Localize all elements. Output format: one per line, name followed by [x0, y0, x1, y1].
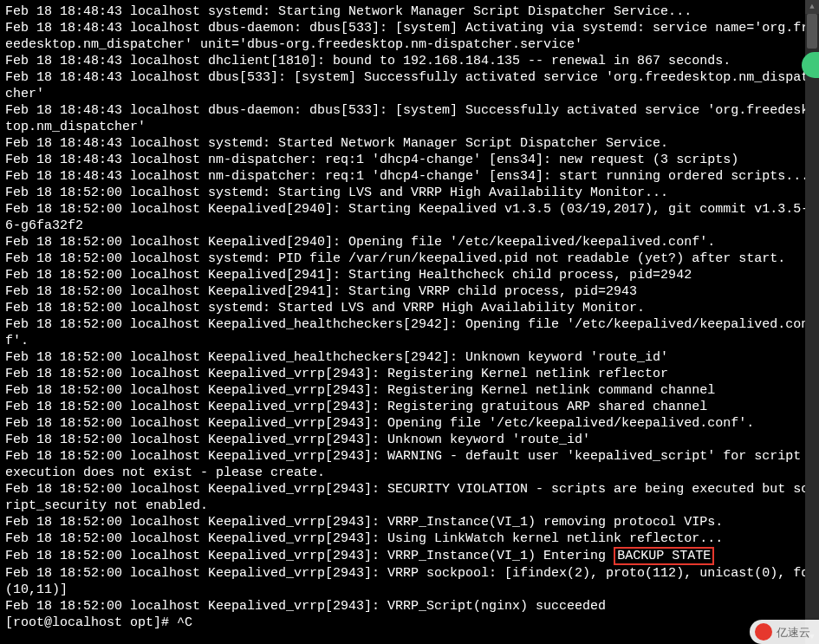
- log-line: Feb 18 18:52:00 localhost Keepalived_vrr…: [5, 565, 814, 598]
- log-line: Feb 18 18:52:00 localhost Keepalived_vrr…: [5, 448, 814, 481]
- log-text: Feb 18 18:52:00 localhost Keepalived_vrr…: [5, 549, 614, 563]
- log-line: Feb 18 18:52:00 localhost Keepalived_vrr…: [5, 432, 814, 448]
- log-line: Feb 18 18:48:43 localhost dbus-daemon: d…: [5, 102, 814, 135]
- log-line: Feb 18 18:52:00 localhost Keepalived_vrr…: [5, 481, 814, 514]
- terminal-output[interactable]: Feb 18 18:48:43 localhost systemd: Start…: [0, 0, 819, 631]
- log-line: Feb 18 18:48:43 localhost dhclient[1810]…: [5, 53, 814, 69]
- log-line: Feb 18 18:52:00 localhost systemd: PID f…: [5, 250, 814, 267]
- log-line: Feb 18 18:48:43 localhost systemd: Start…: [5, 3, 814, 20]
- log-line: Feb 18 18:52:00 localhost systemd: Start…: [5, 300, 814, 316]
- log-line: Feb 18 18:48:43 localhost nm-dispatcher:…: [5, 152, 814, 168]
- scroll-thumb[interactable]: [807, 14, 817, 49]
- log-line: Feb 18 18:52:00 localhost Keepalived_vrr…: [5, 415, 814, 432]
- log-line: Feb 18 18:48:43 localhost nm-dispatcher:…: [5, 168, 814, 185]
- log-line: Feb 18 18:48:43 localhost dbus[533]: [sy…: [5, 69, 814, 102]
- log-line: Feb 18 18:52:00 localhost Keepalived_hea…: [5, 316, 814, 349]
- log-line: Feb 18 18:52:00 localhost Keepalived_vrr…: [5, 382, 814, 399]
- log-line: Feb 18 18:52:00 localhost Keepalived_vrr…: [5, 598, 814, 615]
- log-line: Feb 18 18:52:00 localhost Keepalived_vrr…: [5, 514, 814, 530]
- log-line: Feb 18 18:52:00 localhost Keepalived_vrr…: [5, 530, 814, 547]
- log-line-highlighted: Feb 18 18:52:00 localhost Keepalived_vrr…: [5, 547, 814, 565]
- log-line: Feb 18 18:52:00 localhost Keepalived[294…: [5, 267, 814, 283]
- watermark: 亿速云: [750, 620, 819, 644]
- log-line: Feb 18 18:52:00 localhost Keepalived[294…: [5, 234, 814, 250]
- log-line: Feb 18 18:48:43 localhost dbus-daemon: d…: [5, 20, 814, 53]
- log-line: Feb 18 18:52:00 localhost systemd: Start…: [5, 185, 814, 201]
- watermark-text: 亿速云: [777, 624, 810, 641]
- log-line: Feb 18 18:52:00 localhost Keepalived[294…: [5, 201, 814, 234]
- highlight-box: BACKUP STATE: [614, 547, 714, 565]
- log-line: Feb 18 18:48:43 localhost systemd: Start…: [5, 135, 814, 152]
- shell-prompt: [root@localhost opt]#: [5, 615, 177, 630]
- log-line: Feb 18 18:52:00 localhost Keepalived_vrr…: [5, 366, 814, 382]
- scroll-up-arrow[interactable]: ▲: [805, 0, 819, 14]
- log-line: Feb 18 18:52:00 localhost Keepalived[294…: [5, 283, 814, 300]
- log-line: Feb 18 18:52:00 localhost Keepalived_vrr…: [5, 399, 814, 415]
- log-line: Feb 18 18:52:00 localhost Keepalived_hea…: [5, 349, 814, 366]
- shell-prompt-line[interactable]: [root@localhost opt]# ^C: [5, 615, 814, 631]
- shell-input[interactable]: ^C: [177, 615, 192, 630]
- scrollbar[interactable]: ▲ ▼: [805, 0, 819, 644]
- watermark-logo-icon: [755, 623, 772, 641]
